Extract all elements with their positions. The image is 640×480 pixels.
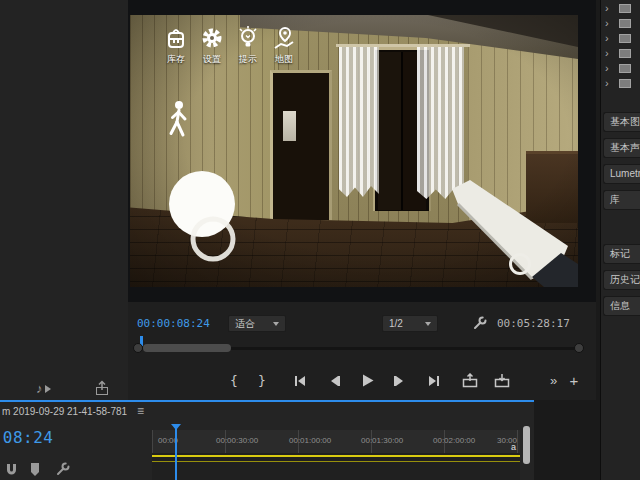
play-button[interactable] <box>356 369 380 392</box>
project-item-row[interactable]: › <box>601 77 640 91</box>
hud-label: 提示 <box>239 53 257 66</box>
step-back-button[interactable] <box>322 369 346 392</box>
step-forward-button[interactable] <box>388 369 412 392</box>
hud-label: 库存 <box>167 53 185 66</box>
project-item-row[interactable]: › <box>601 17 640 31</box>
tab-info[interactable]: 信息 <box>603 296 640 316</box>
timeline-position-timecode[interactable]: 00:00:08:24 <box>0 428 53 447</box>
zoom-level-dropdown[interactable]: 适合 <box>228 315 286 332</box>
chevron-right-icon: › <box>605 17 609 30</box>
zoom-handle-right[interactable] <box>574 343 584 353</box>
backpack-icon <box>164 25 188 51</box>
hud-map-button: 地图 <box>268 25 300 66</box>
program-monitor-panel: 库存 设置 提示 <box>128 0 596 400</box>
premiere-app: ♪ <box>0 0 640 480</box>
chevron-down-icon <box>425 322 431 326</box>
playback-resolution-dropdown[interactable]: 1/2 <box>382 315 438 332</box>
chevron-right-icon: › <box>605 32 609 45</box>
play-audio-only-icon[interactable]: ♪ <box>36 382 51 396</box>
timeline-ruler[interactable]: 00:00 00:00:30:00 00:01:00:00 00:01:30:0… <box>152 430 520 453</box>
resolution-value: 1/2 <box>389 318 403 329</box>
item-thumbnail <box>619 64 631 73</box>
timeline-tracks[interactable] <box>152 453 520 480</box>
sequence-title: m 2019-09-29 21-41-58-781 <box>2 406 127 417</box>
chevron-right-icon: › <box>605 62 609 75</box>
knife-weapon <box>452 180 578 287</box>
gear-icon <box>200 25 224 51</box>
game-hud: 库存 设置 提示 <box>160 25 300 66</box>
project-item-row[interactable]: › <box>601 2 640 16</box>
hud-hints-button: 提示 <box>232 25 264 66</box>
project-item-row[interactable]: › <box>601 32 640 46</box>
item-thumbnail <box>619 19 631 28</box>
duration-timecode: 00:05:28:17 <box>497 317 570 330</box>
tab-markers[interactable]: 标记 <box>603 244 640 264</box>
position-timecode[interactable]: 00:00:08:24 <box>137 317 210 330</box>
add-marker-icon[interactable] <box>29 462 41 480</box>
hud-label: 地图 <box>275 53 293 66</box>
monitor-controls-row: 00:00:08:24 适合 1/2 00:05:28:17 <box>128 312 596 336</box>
clip-bar-audio[interactable] <box>152 461 520 462</box>
chevron-right-icon: › <box>605 2 609 15</box>
item-thumbnail <box>619 34 631 43</box>
panel-menu-icon[interactable]: ≡ <box>137 404 144 418</box>
timeline-settings-wrench-icon[interactable] <box>55 462 70 480</box>
tab-libraries[interactable]: 库 <box>603 190 640 210</box>
go-to-in-button[interactable] <box>288 369 312 392</box>
project-item-row[interactable]: › <box>601 62 640 76</box>
hud-inventory-button: 库存 <box>160 25 192 66</box>
mark-in-button[interactable]: { <box>222 369 246 392</box>
play-triangle-icon <box>45 385 51 393</box>
tab-essential-graphics[interactable]: 基本图 <box>603 112 640 132</box>
zoom-scrollbar-thumb[interactable] <box>143 344 231 352</box>
right-panel-dock: › › › › › › 基本图 基本声 Lumetri 库 标记 历史记 信息 <box>600 0 640 480</box>
source-panel: ♪ <box>0 0 128 400</box>
walking-person-icon <box>171 101 185 135</box>
item-thumbnail <box>619 49 631 58</box>
zoom-handle-left[interactable] <box>133 343 143 353</box>
zoom-level-value: 适合 <box>235 317 255 331</box>
hud-label: 设置 <box>203 53 221 66</box>
timeline-panel: m 2019-09-29 21-41-58-781 ≡ 00:00:08:24 … <box>0 400 534 480</box>
tab-history[interactable]: 历史记 <box>603 270 640 290</box>
button-editor-add[interactable]: + <box>562 369 586 392</box>
go-to-out-button[interactable] <box>422 369 446 392</box>
tab-essential-sound[interactable]: 基本声 <box>603 138 640 158</box>
ruler-label: 00:01:00:00 <box>289 436 331 445</box>
mark-out-button[interactable]: } <box>250 369 274 392</box>
item-thumbnail <box>619 4 631 13</box>
monitor-zoom-scrollbar <box>128 336 596 358</box>
chevron-down-icon <box>273 322 279 326</box>
project-item-row[interactable]: › <box>601 47 640 61</box>
lift-button[interactable] <box>458 369 482 392</box>
monitor-settings-wrench-icon[interactable] <box>472 316 487 335</box>
tab-lumetri[interactable]: Lumetri <box>603 164 640 184</box>
transport-controls: { } » + <box>128 366 596 396</box>
note-glyph: ♪ <box>36 381 43 396</box>
joystick-control <box>169 171 235 259</box>
snap-icon[interactable] <box>5 462 18 480</box>
item-thumbnail <box>619 79 631 88</box>
lightbulb-icon <box>236 25 260 51</box>
timeline-playhead[interactable] <box>175 428 177 480</box>
clip-bar-video[interactable] <box>152 455 520 457</box>
program-monitor-video[interactable]: 库存 设置 提示 <box>130 15 578 287</box>
ruler-label: 00:02:00:00 <box>433 436 475 445</box>
ruler-label: 00:01:30:00 <box>361 436 403 445</box>
chevron-right-icon: › <box>605 77 609 90</box>
clip-text-fragment: a <box>511 442 516 452</box>
export-frame-icon[interactable] <box>94 380 110 399</box>
map-pin-icon <box>271 25 297 51</box>
chevron-right-icon: › <box>605 47 609 60</box>
timeline-vertical-scrollbar[interactable] <box>523 426 530 464</box>
ruler-label: 00:00:30:00 <box>216 436 258 445</box>
extract-button[interactable] <box>490 369 514 392</box>
hud-settings-button: 设置 <box>196 25 228 66</box>
